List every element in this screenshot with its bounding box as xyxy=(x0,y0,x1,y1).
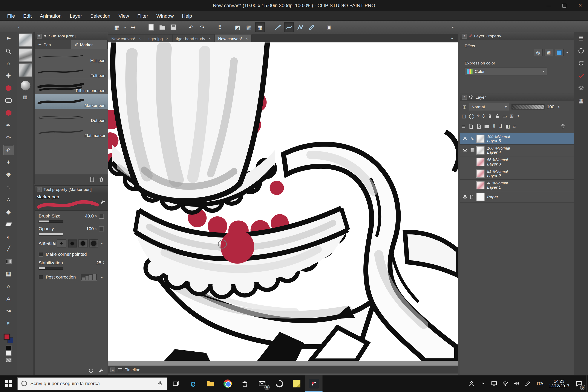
layer-row-paper[interactable]: Paper xyxy=(460,191,574,203)
menu-edit[interactable]: Edit xyxy=(19,11,36,20)
canvas-page[interactable] xyxy=(108,42,458,360)
add-subtool-icon[interactable] xyxy=(89,176,95,182)
tab-close-icon[interactable]: ✕ xyxy=(208,36,211,40)
volume-tray-icon[interactable] xyxy=(511,375,522,392)
information-icon[interactable] xyxy=(578,48,584,54)
timeline-panel-bar[interactable]: ≡ Timeline xyxy=(108,366,458,374)
snap-to-ruler-icon[interactable] xyxy=(273,22,283,32)
stabilization-slider[interactable] xyxy=(39,267,64,270)
reference-layer-icon[interactable]: ◯ xyxy=(469,113,474,119)
new-file-icon[interactable] xyxy=(146,22,156,32)
tab-close-icon[interactable]: ✕ xyxy=(166,36,169,40)
make-corner-pointed-checkbox[interactable] xyxy=(39,252,43,256)
layer-thumbnail[interactable] xyxy=(476,158,484,166)
pen-tray-icon[interactable] xyxy=(522,375,533,392)
anti-aliasing-weak-button[interactable] xyxy=(68,239,77,247)
post-correction-expand-icon[interactable]: ▸ xyxy=(100,275,104,279)
layer-thumbnail[interactable] xyxy=(476,181,484,189)
subtool-item-felt-pen[interactable]: Felt pen xyxy=(35,64,108,79)
maximize-button[interactable] xyxy=(556,0,572,11)
tab-close-icon[interactable]: ✕ xyxy=(138,36,141,40)
wifi-tray-icon[interactable] xyxy=(500,375,511,392)
opacity-slider[interactable] xyxy=(39,233,64,236)
line-tool-icon[interactable]: ╱ xyxy=(3,244,14,254)
layer-row-layer2[interactable]: 51 %NormalLayer 2 xyxy=(460,168,574,180)
subtool-item-fill-in-mono-pen[interactable]: Fill-in-mono pen xyxy=(35,79,108,94)
open-file-icon[interactable] xyxy=(157,22,167,32)
menu-selection[interactable]: Selection xyxy=(86,11,114,20)
visibility-eye-icon[interactable] xyxy=(462,194,468,200)
brush-tool-icon[interactable]: ≈ xyxy=(3,182,14,192)
figure-tool-icon[interactable] xyxy=(3,83,14,94)
lasso-tool-icon[interactable]: ◌ xyxy=(3,58,14,68)
blend-tool-icon[interactable]: ◐ xyxy=(3,232,14,242)
blend-mode-dropdown[interactable]: Normal ▾ xyxy=(469,103,509,111)
transparent-color-swatch[interactable] xyxy=(5,358,12,362)
merge-down-icon[interactable]: ⇊ xyxy=(498,123,503,129)
display-tray-icon[interactable] xyxy=(488,375,500,392)
border-effect-icon[interactable]: ◎ xyxy=(534,49,543,56)
subtool-preview-2[interactable] xyxy=(18,48,32,62)
reset-tool-icon[interactable] xyxy=(88,368,94,373)
microphone-icon[interactable] xyxy=(157,380,163,387)
sync-icon[interactable] xyxy=(578,60,584,66)
round-app-taskbar-icon[interactable] xyxy=(271,375,288,392)
correction-tool-icon[interactable]: ↝ xyxy=(3,306,14,316)
redo-icon[interactable]: ↷ xyxy=(197,22,208,32)
transparent-bg-icon[interactable]: ▨ xyxy=(244,22,254,32)
task-view-button[interactable] xyxy=(167,375,184,392)
fill-tool-icon[interactable]: ◆ xyxy=(3,206,14,217)
layer-opacity-slider[interactable] xyxy=(512,104,545,110)
material-sphere-icon[interactable] xyxy=(20,80,30,90)
decoration-tool-icon[interactable]: ❉ xyxy=(3,170,14,180)
layer-thumbnail[interactable] xyxy=(476,170,484,178)
frame-tool-icon[interactable]: ▦ xyxy=(3,268,14,279)
subtool-preview-3[interactable] xyxy=(18,64,32,77)
anti-aliasing-none-button[interactable] xyxy=(57,239,66,247)
enable-mask-icon[interactable]: ▭ xyxy=(502,113,507,119)
close-button[interactable]: ✕ xyxy=(572,0,588,11)
special-ruler-icon[interactable]: ◩ xyxy=(232,22,243,32)
opacity-spinner[interactable]: ▴▾ xyxy=(95,227,96,230)
brush-size-spinner[interactable]: ▴▾ xyxy=(95,214,96,218)
main-color-swatch[interactable] xyxy=(4,334,10,340)
panel-menu-icon[interactable]: ≡ xyxy=(462,95,467,100)
visibility-eye-icon[interactable] xyxy=(462,148,468,153)
layer-row-layer4[interactable]: 100 %NormalLayer 4 xyxy=(460,145,574,156)
text-tool-icon[interactable]: A xyxy=(3,293,14,304)
subtool-item-marker-pen[interactable]: Marker pen xyxy=(35,94,108,109)
tone-effect-icon[interactable]: ▨ xyxy=(544,49,553,56)
action-center-button[interactable]: 5 xyxy=(572,375,586,392)
layers-rail-icon[interactable] xyxy=(578,85,584,92)
tab-list-dropdown-icon[interactable]: ▾ xyxy=(451,36,453,40)
pixel-grid-icon[interactable]: ▦ xyxy=(255,22,265,32)
layer-opacity-value[interactable]: 100 xyxy=(547,104,554,110)
layer-row-layer1[interactable]: 48 %NormalLayer 1 xyxy=(460,180,574,191)
pencil-tool-icon[interactable]: ✏ xyxy=(3,132,14,143)
hidden-icons-chevron[interactable] xyxy=(477,375,488,392)
snap-to-special-ruler-icon[interactable] xyxy=(284,22,294,32)
language-indicator[interactable]: ITA xyxy=(533,381,547,386)
subtool-item-dot-pen[interactable]: Dot pen xyxy=(35,109,108,124)
chrome-taskbar-icon[interactable] xyxy=(219,375,236,392)
menu-file[interactable]: File xyxy=(3,11,19,20)
layer-thumbnail[interactable] xyxy=(476,134,484,143)
black-white-swatch[interactable] xyxy=(5,345,12,356)
stabilization-spinner[interactable]: ▴▾ xyxy=(103,261,104,264)
minimize-button[interactable]: — xyxy=(541,0,556,11)
show-desktop-strip[interactable] xyxy=(586,375,588,392)
new-folder-icon[interactable] xyxy=(484,124,489,129)
subtool-item-milli-pen[interactable]: Milli pen xyxy=(35,49,108,64)
palette-grid-rail-icon[interactable]: ▦ xyxy=(578,98,584,104)
new-vector-layer-icon[interactable] xyxy=(476,124,482,129)
airbrush-tool-icon[interactable]: ∴ xyxy=(3,194,14,205)
menu-help[interactable]: Help xyxy=(178,11,196,20)
people-tray-icon[interactable] xyxy=(466,375,477,392)
wand-tool-icon[interactable]: ✦ xyxy=(3,157,14,168)
clip-studio-check-icon[interactable] xyxy=(578,72,584,79)
mini-grid-icon[interactable]: ▦ xyxy=(23,94,28,100)
toggle-overflow-icon[interactable]: ▾ xyxy=(516,114,520,118)
draft-layer-icon[interactable]: ⌖ xyxy=(477,113,480,119)
canvas-frame-icon[interactable]: ▣ xyxy=(324,22,334,32)
panel-menu-icon[interactable]: ≡ xyxy=(37,34,42,38)
